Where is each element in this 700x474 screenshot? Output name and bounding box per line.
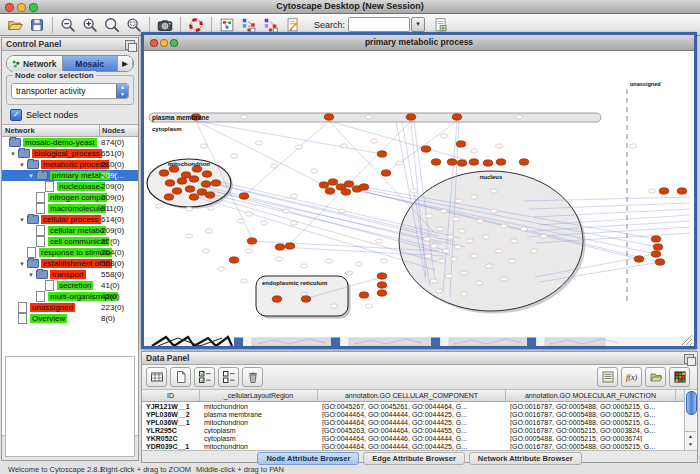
network-tree-item[interactable]: nitrogen compo209(0) <box>2 192 138 203</box>
selected-gene-node <box>211 180 221 186</box>
edge <box>244 121 329 196</box>
network-tree-item[interactable]: nucleobase-209(0) <box>2 181 138 192</box>
network-tree-item[interactable]: ▼establishment of lo558(0) <box>2 258 138 269</box>
selected-gene-node <box>406 114 416 120</box>
scrollbar-thumb[interactable] <box>686 391 697 415</box>
delete-attribute-button[interactable] <box>242 367 263 387</box>
attribute-table-button[interactable] <box>146 367 167 387</box>
network-tree-item[interactable]: cellular metabo209(0) <box>2 225 138 236</box>
import-attribute-file-button[interactable] <box>645 367 666 387</box>
network-tree-item[interactable]: ▼biological_process651(0) <box>2 148 138 159</box>
search-dropdown-button[interactable]: ▼ <box>411 17 425 32</box>
open-session-button[interactable] <box>4 15 26 35</box>
select-attributes-button[interactable] <box>194 367 215 387</box>
network-tree-item[interactable]: multi-organism pro42(0) <box>2 291 138 302</box>
disclosure-triangle-icon[interactable]: ▼ <box>2 173 34 179</box>
network-tree-item[interactable]: Overview8(0) <box>2 313 138 324</box>
float-panel-icon[interactable] <box>684 354 694 364</box>
gene-node <box>365 115 372 119</box>
table-row[interactable]: YJR121W__1mitochondrion[GO:0045267, GO:0… <box>142 402 697 410</box>
heatmap-button[interactable] <box>669 367 690 387</box>
table-row[interactable]: YLR295Ccytoplasm[GO:0045263, GO:0044464,… <box>142 426 697 434</box>
gene-node <box>485 264 492 268</box>
edge <box>329 121 474 162</box>
table-row[interactable]: YKR052Ccytoplasm[GO:0044464, GO:0044446,… <box>142 434 697 442</box>
zoom-in-button[interactable] <box>79 15 101 35</box>
disclosure-triangle-icon[interactable]: ▼ <box>2 162 25 168</box>
node-color-dropdown[interactable]: transporter activity ▲▼ <box>11 83 129 99</box>
table-row[interactable]: YPL036W__1mitochondrion[GO:0044464, GO:0… <box>142 418 697 426</box>
edge <box>386 121 457 173</box>
table-cell: [GO:0044464, GO:0044444, GO:0044425, G..… <box>318 411 506 418</box>
network-tree-item[interactable]: cell communicat22(0) <box>2 236 138 247</box>
dropdown-stepper-icon: ▲▼ <box>116 84 128 98</box>
table-scrollbar[interactable]: ▲▼ <box>684 390 697 450</box>
zoom-fit-button[interactable] <box>101 15 123 35</box>
save-session-button[interactable] <box>26 15 48 35</box>
network-tree-item[interactable]: ▼metabolic process280(0) <box>2 159 138 170</box>
gene-node <box>330 304 337 308</box>
network-tree-item[interactable]: ▼primary metabo209(... <box>2 170 138 181</box>
network-canvas[interactable]: plasma membranecytoplasmmitochondrionnuc… <box>144 51 694 346</box>
gene-node <box>395 161 402 165</box>
table-cell: YJR121W__1 <box>142 403 200 410</box>
unselect-attributes-button[interactable] <box>218 367 239 387</box>
gene-node <box>207 206 214 210</box>
zoom-out-button[interactable] <box>57 15 79 35</box>
gene-node <box>466 239 473 243</box>
disclosure-triangle-icon[interactable]: ▼ <box>2 261 25 267</box>
tree-column-network[interactable]: Network <box>2 125 99 136</box>
new-attribute-button[interactable] <box>170 367 191 387</box>
tree-item-label: macromolecule <box>48 204 106 213</box>
tree-column-nodes[interactable]: Nodes <box>99 125 138 136</box>
table-row[interactable]: YDR039C__1mitochondrion[GO:0044464, GO:0… <box>142 442 697 450</box>
network-tree-item[interactable]: ▼transport558(0) <box>2 269 138 280</box>
tree-item-label: nitrogen compo <box>48 193 107 202</box>
gene-node <box>255 141 262 145</box>
network-tree-item[interactable]: mosaic-demo-yeast874(0) <box>2 137 138 148</box>
edit-attribute-button[interactable] <box>597 367 618 387</box>
network-window-title: primary metabolic process <box>144 37 694 47</box>
table-column-header[interactable]: ID <box>142 390 200 401</box>
gene-node <box>155 204 162 208</box>
gene-node <box>185 234 192 238</box>
cytoscape-desktop: Cytoscape Desktop (New Session) Search: … <box>0 0 700 474</box>
table-cell: [GO:0016787, GO:0005488, GO:0005215, G..… <box>506 403 676 410</box>
network-tree-item[interactable]: response to stimulu264(0) <box>2 247 138 258</box>
tree-item-node-count: 558(0) <box>101 270 137 279</box>
network-tree-item[interactable]: ▼cellular process614(0) <box>2 214 138 225</box>
scrollbar-arrows[interactable]: ▲▼ <box>685 431 696 450</box>
tab-overflow-arrow[interactable]: ▶ <box>118 56 133 71</box>
network-tree-item[interactable]: secretion41(0) <box>2 280 138 291</box>
selected-gene-node <box>275 244 285 250</box>
tab-mosaic[interactable]: Mosaic <box>63 56 119 71</box>
network-tree-item[interactable]: unassigned223(0) <box>2 302 138 313</box>
gene-node <box>424 254 431 258</box>
background-window-frame <box>527 338 536 347</box>
gene-node <box>475 281 482 285</box>
network-tree-item[interactable]: macromolecule311(0) <box>2 203 138 214</box>
camera-icon <box>156 16 174 34</box>
gene-node <box>458 229 465 233</box>
tree-item-node-count: 209(0) <box>101 226 137 235</box>
search-input[interactable] <box>348 17 410 32</box>
table-column-header[interactable]: annotation.GO MOLECULAR_FUNCTION <box>506 390 676 401</box>
disclosure-triangle-icon[interactable]: ▼ <box>2 151 16 157</box>
disclosure-triangle-icon[interactable]: ▼ <box>2 272 34 278</box>
table-row[interactable]: YPL036W__2plasma membrane[GO:0044464, GO… <box>142 410 697 418</box>
selected-gene-node <box>457 160 467 166</box>
disclosure-triangle-icon[interactable]: ▼ <box>2 217 25 223</box>
tab-network[interactable]: Network <box>7 56 63 71</box>
node-color-selection-group: Node color selection transporter activit… <box>6 75 134 105</box>
data-panel-title: Data Panel <box>146 353 189 363</box>
attribute-batch-icon <box>262 16 280 34</box>
table-column-header[interactable]: annotation.GO CELLULAR_COMPONENT <box>318 390 506 401</box>
attribute-function-button[interactable]: f(x) <box>621 367 642 387</box>
select-nodes-checkbox[interactable]: ✓ <box>10 109 22 121</box>
tree-item-node-count: 209(0) <box>101 182 137 191</box>
selected-gene-node <box>496 159 506 165</box>
table-column-header[interactable]: _cellularLayoutRegion <box>200 390 318 401</box>
float-panel-icon[interactable] <box>125 40 135 50</box>
trash-icon <box>246 370 260 384</box>
gene-node <box>629 144 636 148</box>
